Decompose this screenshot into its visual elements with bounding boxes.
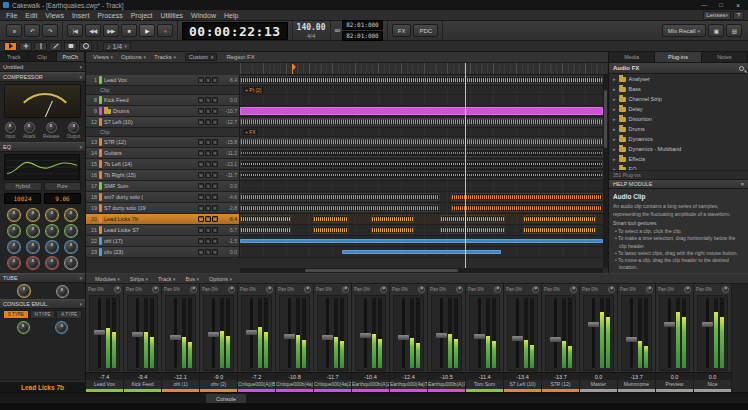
s-button[interactable]: S	[205, 227, 211, 233]
inspector-tab-track[interactable]: Track	[0, 52, 28, 61]
region-fx-menu[interactable]: Region FX	[222, 52, 258, 63]
release-knob[interactable]	[46, 122, 57, 133]
volume-fader[interactable]	[136, 298, 139, 368]
pan-knob[interactable]	[494, 286, 501, 293]
mixer-strip[interactable]: Pan 0% 0.0 Nice	[694, 284, 732, 392]
smart-tool-icon[interactable]	[4, 42, 17, 51]
pan-knob[interactable]	[684, 286, 691, 293]
help-module-header[interactable]: HELP MODULE ×	[609, 179, 748, 189]
audio-clip[interactable]	[240, 171, 603, 179]
fast-forward-icon[interactable]: ▶▶	[103, 24, 119, 37]
volume-fader[interactable]	[706, 298, 709, 368]
attack-knob[interactable]	[24, 122, 35, 133]
clips-lane[interactable]	[240, 137, 603, 147]
clips-lane[interactable]	[240, 236, 603, 246]
track-row[interactable]: 16 7b Right (15) MSR -11.7	[86, 170, 603, 181]
plugin-category-item[interactable]: ▸ Distortion	[609, 114, 748, 124]
mixer-strip[interactable]: Pan 0% -11.4 Tom Sum	[466, 284, 504, 392]
clips-lane[interactable]	[240, 75, 603, 85]
console-drive-knob[interactable]	[18, 322, 29, 333]
go-start-icon[interactable]: |◀	[67, 24, 83, 37]
expand-arrow-icon[interactable]: ▸	[613, 146, 616, 152]
m-button[interactable]: M	[198, 227, 204, 233]
screenset-icon[interactable]: ▣	[708, 24, 724, 37]
track-row[interactable]: 8 Kick Feed MSR 0.0	[86, 95, 603, 106]
m-button[interactable]: M	[198, 183, 204, 189]
clips-lane[interactable]	[240, 170, 603, 180]
snap-module[interactable]: ♪ 1/4 ▾	[103, 42, 131, 51]
eq-mode-button[interactable]: Pure	[44, 182, 82, 191]
trackview-menu-views[interactable]: Views ▾	[89, 52, 117, 63]
volume-fader[interactable]	[402, 298, 405, 368]
s-button[interactable]: S	[205, 150, 211, 156]
s-button[interactable]: S	[205, 183, 211, 189]
clips-lane[interactable]	[240, 203, 603, 213]
expand-arrow-icon[interactable]: ▸	[613, 166, 616, 170]
r-button[interactable]: R	[212, 139, 218, 145]
mixer-strip[interactable]: Pan 0% -12.1 ohl (1)	[162, 284, 200, 392]
mixer-strip[interactable]: Pan 0% -13.7 S7R (12)	[542, 284, 580, 392]
volume-fader[interactable]	[326, 298, 329, 368]
plugin-category-item[interactable]: ▸ Dynamics - Multiband	[609, 144, 748, 154]
menu-edit[interactable]: Edit	[21, 10, 41, 21]
tube-drive-knob[interactable]	[18, 285, 30, 297]
volume-fader[interactable]	[592, 298, 595, 368]
r-button[interactable]: R	[212, 108, 218, 114]
console-dock-tab[interactable]: Console	[205, 393, 247, 403]
eq-band-knob[interactable]	[65, 225, 77, 237]
track-row[interactable]: 23 cliv (23) MSR 0.0	[86, 247, 603, 258]
audio-clip[interactable]	[440, 226, 505, 234]
expand-arrow-icon[interactable]: ▸	[613, 86, 616, 92]
mixer-strip[interactable]: Pan 0% -11.7 Critique000(4a)2	[314, 284, 352, 392]
eq-band-knob[interactable]	[46, 225, 58, 237]
s-button[interactable]: S	[205, 97, 211, 103]
plugin-category-item[interactable]: ▸ Channel Strip	[609, 94, 748, 104]
r-button[interactable]: R	[212, 183, 218, 189]
r-button[interactable]: R	[212, 227, 218, 233]
mixer-strip[interactable]: Pan 0% -10.5 Earthqu000b(A)7	[428, 284, 466, 392]
track-row[interactable]: 14 Guitars MSR -11.2	[86, 148, 603, 159]
track-row[interactable]: 13 S7R (12) MSR -15.8	[86, 137, 603, 148]
m-button[interactable]: M	[198, 119, 204, 125]
m-button[interactable]: M	[198, 238, 204, 244]
plugin-category-item[interactable]: ▸ Effects	[609, 154, 748, 164]
pdc-button[interactable]: PDC	[413, 24, 438, 37]
pan-knob[interactable]	[570, 286, 577, 293]
rewind-icon[interactable]: ◀◀	[85, 24, 101, 37]
lane-fx-chip[interactable]: + Pt (2)	[243, 87, 264, 93]
volume-fader[interactable]	[668, 298, 671, 368]
volume-fader[interactable]	[630, 298, 633, 368]
pan-knob[interactable]	[722, 286, 729, 293]
r-button[interactable]: R	[212, 97, 218, 103]
clips-lane[interactable]	[240, 148, 603, 158]
draw-tool-icon[interactable]	[49, 42, 62, 51]
console-type-button[interactable]: S TYPE	[3, 310, 29, 319]
pan-knob[interactable]	[608, 286, 615, 293]
s-button[interactable]: S	[205, 77, 211, 83]
pan-knob[interactable]	[342, 286, 349, 293]
meter-display[interactable]: 4/4	[297, 33, 326, 39]
audio-clip[interactable]	[451, 193, 603, 201]
eq-band-knob[interactable]	[27, 257, 39, 269]
volume-fader[interactable]	[288, 298, 291, 368]
mixer-strip[interactable]: Pan 0% -7.2 Critique000(A)(B	[238, 284, 276, 392]
clips-lane[interactable]	[240, 247, 603, 257]
loop-end-display[interactable]: 82:01:000	[342, 31, 383, 41]
expand-arrow-icon[interactable]: ▸	[613, 136, 616, 142]
plugin-category-dropdown[interactable]: Audio FX	[609, 63, 748, 74]
menu-utilities[interactable]: Utilities	[157, 10, 188, 21]
expand-arrow-icon[interactable]: ▸	[613, 96, 616, 102]
browser-tab-notes[interactable]: Notes	[702, 52, 748, 62]
clips-lane[interactable]	[240, 117, 603, 127]
mixer-strip[interactable]: Pan 0% -9.4 Kick Feed	[124, 284, 162, 392]
menu-window[interactable]: Window	[187, 10, 220, 21]
redo-icon[interactable]: ↷	[42, 24, 58, 37]
pan-knob[interactable]	[190, 286, 197, 293]
r-button[interactable]: R	[212, 249, 218, 255]
workspace-dropdown[interactable]: Lenses ▾	[703, 11, 731, 20]
m-button[interactable]: M	[198, 150, 204, 156]
eq-band-knob[interactable]	[65, 209, 77, 221]
m-button[interactable]: M	[198, 161, 204, 167]
track-row[interactable]: 20 Lead Licks 7b MSR -8.4	[86, 214, 603, 225]
r-button[interactable]: R	[212, 216, 218, 222]
